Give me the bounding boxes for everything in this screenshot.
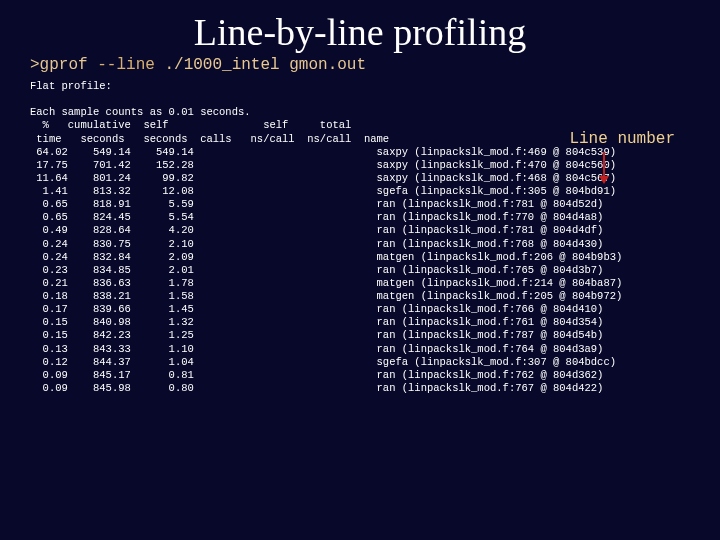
cmd-prompt: >gprof xyxy=(30,56,97,74)
cmd-rest: ./1000_intel gmon.out xyxy=(155,56,366,74)
sample-line: Each sample counts as 0.01 seconds. xyxy=(30,106,251,118)
header-row1: % cumulative self self total xyxy=(30,119,364,131)
cmd-option: --line xyxy=(97,56,155,74)
page-title: Line-by-line profiling xyxy=(30,10,690,54)
flat-label: Flat profile: xyxy=(30,80,112,92)
slide: Line-by-line profiling >gprof --line ./1… xyxy=(0,0,720,405)
arrow-icon xyxy=(603,152,605,178)
line-number-annotation: Line number xyxy=(569,130,675,148)
header-row2: time seconds seconds calls ns/call ns/ca… xyxy=(30,133,389,145)
command-line: >gprof --line ./1000_intel gmon.out xyxy=(30,56,690,74)
profile-body: Flat profile: Each sample counts as 0.01… xyxy=(30,80,690,395)
table-rows: 64.02 549.14 549.14 saxpy (linpackslk_mo… xyxy=(30,146,622,394)
